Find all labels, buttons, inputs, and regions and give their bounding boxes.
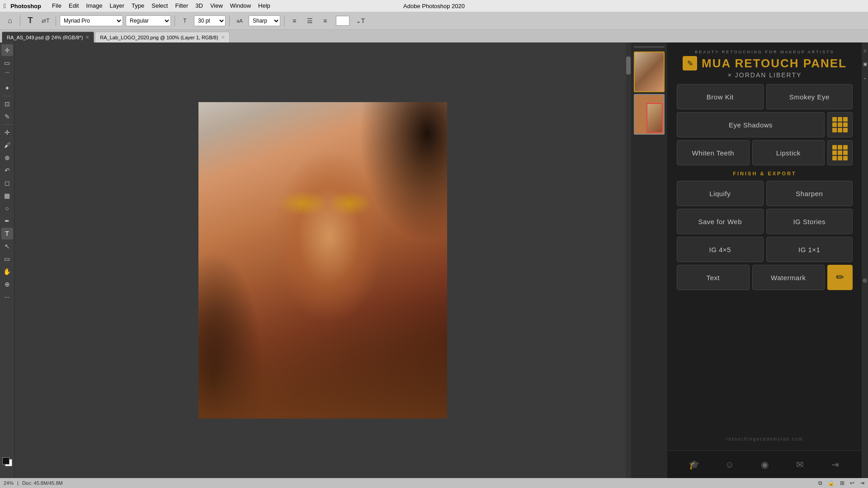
menu-window[interactable]: Window [226,0,255,12]
path-select-tool[interactable]: ↖ [1,240,13,252]
text-orient-btn[interactable]: ⇄T [39,14,52,27]
ig-1x1-button[interactable]: IG 1×1 [766,237,853,262]
tab-close-1[interactable]: ✕ [85,35,89,40]
website-label: retouchingacademylab.com [677,433,853,443]
tab-ra-as-049[interactable]: RA_AS_049.psd @ 24% (RGB/8*) ✕ [2,32,94,42]
zoom-tool[interactable]: ⊕ [1,278,13,290]
mail-icon-btn[interactable]: ✉ [791,455,809,474]
dodge-tool[interactable]: ○ [1,202,13,214]
save-for-web-button[interactable]: Save for Web [677,209,764,234]
right-side: BEAUTY RETOUCHING FOR MAKEUP ARTISTS ✎ M… [631,42,868,478]
menu-3d[interactable]: 3D [192,0,207,12]
status-bar: 24% | Doc: 45.8M/45.8M ⧉ 🔒 ⊞ ↩ ⇥ [0,478,868,488]
eyedropper-tool[interactable]: ✎ [1,111,13,122]
tab-label-2: RA_Lab_LOGO_2020.png @ 100% (Layer 1, RG… [100,35,218,40]
font-style-select[interactable]: Regular [126,15,171,26]
options-toolbar: ⌂ T ⇄T Myriad Pro Regular T 30 pt aA Sha… [0,12,868,30]
separator-3 [175,15,175,26]
text-tool[interactable]: T [1,228,13,239]
marquee-tool[interactable]: ▭ [1,57,13,69]
status-lock-icon: 🔒 [828,480,835,486]
menu-layer[interactable]: Layer [106,0,128,12]
warp-text-btn[interactable]: ⌄T [354,14,367,27]
export-icon-btn[interactable]: ⇥ [826,455,844,474]
font-family-select[interactable]: Myriad Pro [60,15,123,26]
dot-indicator [863,278,867,283]
tab-ra-lab-logo[interactable]: RA_Lab_LOGO_2020.png @ 100% (Layer 1, RG… [95,32,229,42]
tab-label-1: RA_AS_049.psd @ 24% (RGB/8*) [7,35,83,40]
thumb-item-2[interactable] [634,94,665,135]
mua-title: MUA RETOUCH PANEL [702,57,847,70]
left-toolbar: ✛ ▭ ⌒ ✦ ⊡ ✎ ✛ 🖌 ⊕ ↶ ◻ ▦ ○ ✒ T ↖ ▭ ✋ ⊕ ··… [0,42,14,478]
menu-help[interactable]: Help [255,0,274,12]
menu-edit[interactable]: Edit [65,0,82,12]
align-right-btn[interactable]: ≡ [319,14,331,27]
healing-tool[interactable]: ✛ [1,127,13,138]
foreground-color-box[interactable] [2,457,9,465]
search-icon-btn[interactable]: ⌕ [859,44,868,56]
hand-tool[interactable]: ✋ [1,266,13,277]
brush-tool[interactable]: 🖌 [1,139,13,151]
lasso-tool[interactable]: ⌒ [1,70,13,81]
eye-shadows-grid-icon[interactable] [827,112,853,137]
color-swatch[interactable] [336,16,349,26]
home-btn[interactable]: ⌂ [4,14,16,27]
apple-logo-icon:  [4,2,6,9]
menu-type[interactable]: Type [128,0,148,12]
ig-4x5-button[interactable]: IG 4×5 [677,237,764,262]
magic-wand-tool[interactable]: ✦ [1,82,13,94]
status-channel-icon[interactable]: ⊞ [840,480,844,486]
window-title: Adobe Photoshop 2020 [403,3,465,9]
eraser-tool[interactable]: ◻ [1,177,13,189]
pencil-icon: ✏ [836,272,844,283]
watermark-button[interactable]: Watermark [752,265,825,290]
crop-tool[interactable]: ⊡ [1,98,13,110]
menu-file[interactable]: File [48,0,65,12]
eye-shadows-button[interactable]: Eye Shadows [677,112,825,137]
mua-logo-icon: ✎ [683,56,697,70]
history-brush-tool[interactable]: ↶ [1,164,13,176]
gradient-tool[interactable]: ▦ [1,190,13,202]
menu-image[interactable]: Image [82,0,106,12]
tab-close-2[interactable]: ✕ [221,35,225,40]
status-export-icon[interactable]: ⇥ [860,480,864,486]
liquify-button[interactable]: Liquify [677,181,764,206]
color-selector[interactable] [2,457,12,466]
menu-filter[interactable]: Filter [171,0,192,12]
menu-select[interactable]: Select [148,0,171,12]
text-button[interactable]: Text [677,265,750,290]
font-size-select[interactable]: 30 pt [194,15,226,26]
brow-kit-button[interactable]: Brow Kit [677,84,764,109]
text-tool-btn[interactable]: T [24,14,37,27]
thumb-item-1[interactable] [634,52,665,92]
menu-view[interactable]: View [207,0,226,12]
panel-icon-2[interactable]: ⌄ [859,71,868,83]
instagram-icon-btn[interactable]: ◉ [755,455,774,474]
vertical-scrollbar[interactable] [626,42,631,478]
graduate-icon-btn[interactable]: 🎓 [685,455,703,474]
extra-tools[interactable]: ··· [1,291,13,303]
scroll-thumb[interactable] [626,56,631,75]
antialiasing-select[interactable]: Sharp [249,15,280,26]
clone-tool[interactable]: ⊕ [1,152,13,164]
move-tool[interactable]: ✛ [1,44,13,56]
sharpen-button[interactable]: Sharpen [766,181,853,206]
watermark-pencil-icon[interactable]: ✏ [827,265,853,290]
row-save-ig-stories: Save for Web IG Stories [677,209,853,234]
status-layers-icon[interactable]: ⧉ [818,480,822,486]
ig-stories-button[interactable]: IG Stories [766,209,853,234]
status-history-icon[interactable]: ↩ [850,480,854,486]
align-center-btn[interactable]: ☰ [303,14,316,27]
pen-tool[interactable]: ✒ [1,215,13,227]
shape-tool[interactable]: ▭ [1,253,13,265]
mua-collab: × JORDAN LIBERTY [677,71,853,79]
status-text: 24% [4,480,14,486]
panel-icon-1[interactable]: ▣ [859,58,868,70]
mua-subtitle: BEAUTY RETOUCHING FOR MAKEUP ARTISTS [677,50,853,54]
face-icon-btn[interactable]: ☺ [721,455,739,474]
lipstick-button[interactable]: Lipstick [752,140,825,165]
align-left-btn[interactable]: ≡ [288,14,301,27]
smokey-eye-button[interactable]: Smokey Eye [766,84,853,109]
lipstick-grid-icon[interactable] [827,140,853,165]
whiten-teeth-button[interactable]: Whiten Teeth [677,140,750,165]
